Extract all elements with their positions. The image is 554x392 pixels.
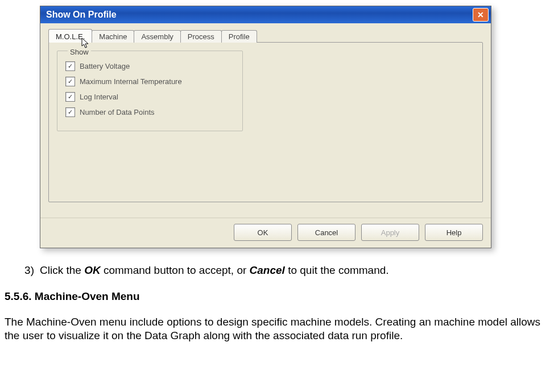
text-run: to quit the command.	[285, 264, 389, 276]
checkbox-maxtemp[interactable]: ✓	[65, 77, 75, 86]
check-row-maxtemp: ✓ Maximum Internal Temperature	[65, 77, 233, 86]
checkbox-battery[interactable]: ✓	[65, 61, 75, 71]
check-label-numpoints: Number of Data Points	[80, 108, 155, 116]
tab-process[interactable]: Process	[180, 30, 222, 43]
button-label: Apply	[381, 228, 400, 237]
dialog-button-row: OK Cancel Apply Help	[40, 218, 491, 248]
text-run: Click the	[40, 264, 84, 276]
text-emphasis: OK	[84, 264, 101, 276]
tab-label: Machine	[99, 32, 127, 41]
document-body: 3) Click the OK command button to accept…	[0, 254, 554, 343]
step-number: 3)	[22, 264, 34, 277]
dialog-body: M.O.L.E. Machine Assembly Process Profil…	[40, 23, 491, 218]
button-label: OK	[258, 228, 268, 237]
tab-assembly[interactable]: Assembly	[134, 30, 180, 43]
tab-profile[interactable]: Profile	[221, 30, 257, 43]
ok-button[interactable]: OK	[234, 224, 292, 241]
dialog-titlebar[interactable]: Show On Profile ✕	[40, 6, 491, 23]
tab-label: Profile	[229, 32, 250, 41]
check-label-loginterval: Log Interval	[80, 93, 118, 101]
tab-panel: Show ✓ Battery Voltage ✓ Maximum Interna…	[48, 42, 483, 202]
tab-label: Assembly	[141, 32, 173, 41]
tab-machine[interactable]: Machine	[92, 30, 134, 43]
check-row-numpoints: ✓ Number of Data Points	[65, 107, 233, 117]
cancel-button[interactable]: Cancel	[297, 224, 355, 241]
checkbox-loginterval[interactable]: ✓	[65, 92, 75, 102]
button-label: Cancel	[315, 228, 338, 237]
tab-label: Process	[188, 32, 214, 41]
section-heading: 5.5.6. Machine-Oven Menu	[5, 290, 549, 303]
cursor-icon	[81, 37, 90, 49]
dialog-window: Show On Profile ✕ M.O.L.E. Machine Assem…	[40, 6, 491, 248]
step-text: Click the OK command button to accept, o…	[40, 264, 389, 277]
apply-button[interactable]: Apply	[361, 224, 419, 241]
tab-strip: M.O.L.E. Machine Assembly Process Profil…	[48, 30, 483, 43]
text-run: command button to accept, or	[101, 264, 250, 276]
close-button[interactable]: ✕	[473, 8, 489, 22]
paragraph: The Machine-Oven menu include options to…	[5, 315, 549, 343]
check-label-maxtemp: Maximum Internal Temperature	[80, 77, 182, 86]
help-button[interactable]: Help	[425, 224, 483, 241]
check-label-battery: Battery Voltage	[80, 62, 130, 70]
step-3: 3) Click the OK command button to accept…	[22, 264, 549, 277]
button-label: Help	[446, 228, 462, 237]
text-emphasis: Cancel	[250, 264, 285, 276]
tab-label: M.O.L.E.	[56, 32, 85, 41]
dialog-title: Show On Profile	[46, 10, 117, 20]
close-icon: ✕	[477, 10, 484, 19]
show-groupbox: Show ✓ Battery Voltage ✓ Maximum Interna…	[57, 51, 243, 131]
check-row-loginterval: ✓ Log Interval	[65, 92, 233, 102]
check-row-battery: ✓ Battery Voltage	[65, 61, 233, 71]
checkbox-numpoints[interactable]: ✓	[65, 107, 75, 117]
